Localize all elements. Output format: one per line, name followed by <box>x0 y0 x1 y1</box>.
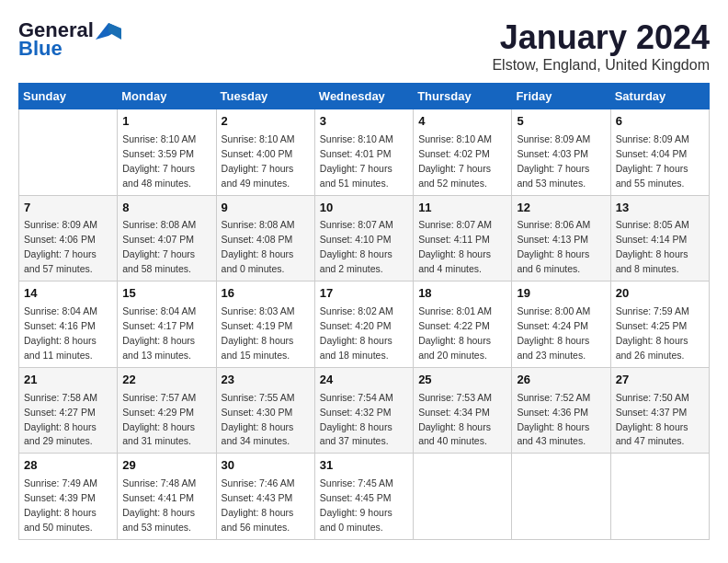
day-detail: Sunrise: 8:00 AM Sunset: 4:24 PM Dayligh… <box>517 305 590 361</box>
calendar-cell: 30Sunrise: 7:46 AM Sunset: 4:43 PM Dayli… <box>216 454 314 540</box>
weekday-header-sunday: Sunday <box>19 84 118 109</box>
calendar-cell: 5Sunrise: 8:09 AM Sunset: 4:03 PM Daylig… <box>512 109 610 196</box>
weekday-header-saturday: Saturday <box>610 84 709 109</box>
day-number: 9 <box>222 200 310 217</box>
calendar-cell: 8Sunrise: 8:08 AM Sunset: 4:07 PM Daylig… <box>118 195 216 282</box>
day-detail: Sunrise: 8:10 AM Sunset: 4:02 PM Dayligh… <box>418 133 492 189</box>
calendar-cell: 17Sunrise: 8:02 AM Sunset: 4:20 PM Dayli… <box>314 282 413 368</box>
calendar-cell <box>610 454 709 540</box>
calendar-cell <box>512 454 610 540</box>
day-detail: Sunrise: 8:01 AM Sunset: 4:22 PM Dayligh… <box>418 305 492 361</box>
weekday-header-wednesday: Wednesday <box>314 84 413 109</box>
calendar-cell: 28Sunrise: 7:49 AM Sunset: 4:39 PM Dayli… <box>19 454 118 540</box>
calendar-cell: 19Sunrise: 8:00 AM Sunset: 4:24 PM Dayli… <box>512 282 610 368</box>
day-number: 15 <box>122 285 210 303</box>
calendar-cell: 6Sunrise: 8:09 AM Sunset: 4:04 PM Daylig… <box>610 109 709 196</box>
svg-marker-1 <box>108 23 121 40</box>
day-number: 3 <box>320 113 408 131</box>
day-detail: Sunrise: 8:04 AM Sunset: 4:16 PM Dayligh… <box>24 305 97 361</box>
weekday-header-row: SundayMondayTuesdayWednesdayThursdayFrid… <box>19 84 710 109</box>
calendar-cell: 16Sunrise: 8:03 AM Sunset: 4:19 PM Dayli… <box>216 282 314 368</box>
calendar-table: SundayMondayTuesdayWednesdayThursdayFrid… <box>18 83 710 540</box>
day-number: 12 <box>517 200 605 217</box>
day-number: 23 <box>222 372 310 389</box>
day-number: 16 <box>222 285 310 303</box>
week-row-3: 14Sunrise: 8:04 AM Sunset: 4:16 PM Dayli… <box>19 282 710 368</box>
calendar-cell: 23Sunrise: 7:55 AM Sunset: 4:30 PM Dayli… <box>216 367 314 454</box>
calendar-cell: 12Sunrise: 8:06 AM Sunset: 4:13 PM Dayli… <box>512 195 610 282</box>
day-detail: Sunrise: 7:49 AM Sunset: 4:39 PM Dayligh… <box>24 477 97 533</box>
day-detail: Sunrise: 8:10 AM Sunset: 4:01 PM Dayligh… <box>320 133 393 189</box>
calendar-cell: 9Sunrise: 8:08 AM Sunset: 4:08 PM Daylig… <box>216 195 314 282</box>
calendar-cell: 22Sunrise: 7:57 AM Sunset: 4:29 PM Dayli… <box>118 367 216 454</box>
day-detail: Sunrise: 8:10 AM Sunset: 3:59 PM Dayligh… <box>122 133 196 189</box>
day-detail: Sunrise: 8:07 AM Sunset: 4:10 PM Dayligh… <box>320 219 393 274</box>
day-detail: Sunrise: 8:09 AM Sunset: 4:03 PM Dayligh… <box>517 133 590 189</box>
day-detail: Sunrise: 7:52 AM Sunset: 4:36 PM Dayligh… <box>517 392 590 447</box>
day-detail: Sunrise: 8:10 AM Sunset: 4:00 PM Dayligh… <box>222 133 295 189</box>
day-number: 10 <box>320 200 408 217</box>
day-number: 28 <box>24 457 112 475</box>
calendar-cell: 3Sunrise: 8:10 AM Sunset: 4:01 PM Daylig… <box>314 109 413 196</box>
day-detail: Sunrise: 8:06 AM Sunset: 4:13 PM Dayligh… <box>517 219 590 274</box>
day-number: 27 <box>616 372 704 389</box>
calendar-cell: 13Sunrise: 8:05 AM Sunset: 4:14 PM Dayli… <box>610 195 709 282</box>
day-number: 21 <box>24 372 112 389</box>
day-detail: Sunrise: 8:03 AM Sunset: 4:19 PM Dayligh… <box>222 305 295 361</box>
calendar-cell: 29Sunrise: 7:48 AM Sunset: 4:41 PM Dayli… <box>118 454 216 540</box>
day-detail: Sunrise: 8:09 AM Sunset: 4:06 PM Dayligh… <box>24 219 97 274</box>
title-area: January 2024 Elstow, England, United Kin… <box>492 18 710 74</box>
page-header: General Blue January 2024 Elstow, Englan… <box>18 18 710 74</box>
logo-text-blue: Blue <box>18 37 63 61</box>
day-detail: Sunrise: 8:04 AM Sunset: 4:17 PM Dayligh… <box>122 305 196 361</box>
day-number: 13 <box>616 200 704 217</box>
calendar-cell <box>19 109 118 196</box>
calendar-cell: 2Sunrise: 8:10 AM Sunset: 4:00 PM Daylig… <box>216 109 314 196</box>
calendar-cell: 24Sunrise: 7:54 AM Sunset: 4:32 PM Dayli… <box>314 367 413 454</box>
day-number: 8 <box>122 200 210 217</box>
day-number: 14 <box>24 285 112 303</box>
day-detail: Sunrise: 7:48 AM Sunset: 4:41 PM Dayligh… <box>122 477 196 533</box>
month-title: January 2024 <box>492 18 710 57</box>
day-detail: Sunrise: 7:54 AM Sunset: 4:32 PM Dayligh… <box>320 392 393 447</box>
calendar-cell: 20Sunrise: 7:59 AM Sunset: 4:25 PM Dayli… <box>610 282 709 368</box>
day-number: 11 <box>418 200 506 217</box>
day-number: 7 <box>24 200 112 217</box>
day-detail: Sunrise: 7:46 AM Sunset: 4:43 PM Dayligh… <box>222 477 295 533</box>
calendar-cell: 15Sunrise: 8:04 AM Sunset: 4:17 PM Dayli… <box>118 282 216 368</box>
day-number: 19 <box>517 285 605 303</box>
calendar-cell: 4Sunrise: 8:10 AM Sunset: 4:02 PM Daylig… <box>414 109 512 196</box>
day-detail: Sunrise: 7:57 AM Sunset: 4:29 PM Dayligh… <box>122 392 196 447</box>
logo: General Blue <box>18 18 121 61</box>
day-number: 5 <box>517 113 605 131</box>
day-detail: Sunrise: 8:05 AM Sunset: 4:14 PM Dayligh… <box>616 219 689 274</box>
week-row-4: 21Sunrise: 7:58 AM Sunset: 4:27 PM Dayli… <box>19 367 710 454</box>
day-number: 20 <box>616 285 704 303</box>
day-detail: Sunrise: 8:07 AM Sunset: 4:11 PM Dayligh… <box>418 219 492 274</box>
calendar-cell: 11Sunrise: 8:07 AM Sunset: 4:11 PM Dayli… <box>414 195 512 282</box>
day-detail: Sunrise: 8:02 AM Sunset: 4:20 PM Dayligh… <box>320 305 393 361</box>
calendar-cell: 1Sunrise: 8:10 AM Sunset: 3:59 PM Daylig… <box>118 109 216 196</box>
calendar-cell <box>414 454 512 540</box>
logo-icon <box>96 23 121 40</box>
day-detail: Sunrise: 7:50 AM Sunset: 4:37 PM Dayligh… <box>616 392 689 447</box>
weekday-header-thursday: Thursday <box>414 84 512 109</box>
day-number: 31 <box>320 457 408 475</box>
day-detail: Sunrise: 8:08 AM Sunset: 4:08 PM Dayligh… <box>222 219 295 274</box>
week-row-2: 7Sunrise: 8:09 AM Sunset: 4:06 PM Daylig… <box>19 195 710 282</box>
day-detail: Sunrise: 8:08 AM Sunset: 4:07 PM Dayligh… <box>122 219 196 274</box>
day-detail: Sunrise: 7:53 AM Sunset: 4:34 PM Dayligh… <box>418 392 492 447</box>
day-number: 4 <box>418 113 506 131</box>
day-number: 30 <box>222 457 310 475</box>
calendar-cell: 27Sunrise: 7:50 AM Sunset: 4:37 PM Dayli… <box>610 367 709 454</box>
day-detail: Sunrise: 7:55 AM Sunset: 4:30 PM Dayligh… <box>222 392 295 447</box>
day-number: 1 <box>122 113 210 131</box>
week-row-5: 28Sunrise: 7:49 AM Sunset: 4:39 PM Dayli… <box>19 454 710 540</box>
calendar-cell: 25Sunrise: 7:53 AM Sunset: 4:34 PM Dayli… <box>414 367 512 454</box>
calendar-cell: 21Sunrise: 7:58 AM Sunset: 4:27 PM Dayli… <box>19 367 118 454</box>
day-number: 22 <box>122 372 210 389</box>
day-detail: Sunrise: 7:45 AM Sunset: 4:45 PM Dayligh… <box>320 477 393 533</box>
weekday-header-monday: Monday <box>118 84 216 109</box>
calendar-cell: 31Sunrise: 7:45 AM Sunset: 4:45 PM Dayli… <box>314 454 413 540</box>
day-detail: Sunrise: 7:58 AM Sunset: 4:27 PM Dayligh… <box>24 392 97 447</box>
